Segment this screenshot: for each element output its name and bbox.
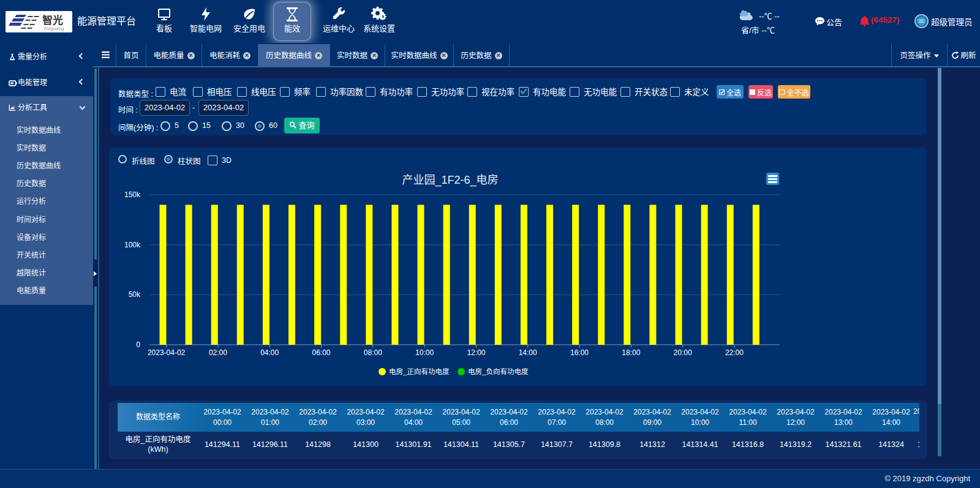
svg-text:14:00: 14:00 (519, 348, 537, 357)
svg-text:电房_负向有功电度: 电房_负向有功电度 (468, 367, 529, 375)
svg-text:10:00: 10:00 (415, 348, 434, 357)
svg-text:智光: 智光 (42, 12, 63, 27)
svg-text:20:00: 20:00 (674, 348, 692, 357)
svg-text:0: 0 (136, 340, 140, 349)
svg-text:18:00: 18:00 (622, 348, 640, 357)
svg-text:电房_正向有功电度: 电房_正向有功电度 (389, 367, 450, 375)
svg-text:22:00: 22:00 (725, 348, 744, 357)
svg-text:12:00: 12:00 (467, 348, 485, 357)
svg-text:2023-04-02: 2023-04-02 (148, 348, 186, 357)
svg-text:100k: 100k (124, 241, 141, 249)
svg-text:02:00: 02:00 (209, 348, 227, 357)
svg-text:16:00: 16:00 (570, 348, 589, 357)
svg-text:Zhiguang: Zhiguang (43, 26, 64, 31)
svg-text:08:00: 08:00 (364, 348, 382, 357)
svg-text:150k: 150k (124, 190, 141, 199)
svg-text:04:00: 04:00 (260, 348, 279, 357)
svg-text:50k: 50k (129, 290, 141, 299)
svg-text:06:00: 06:00 (312, 348, 330, 357)
